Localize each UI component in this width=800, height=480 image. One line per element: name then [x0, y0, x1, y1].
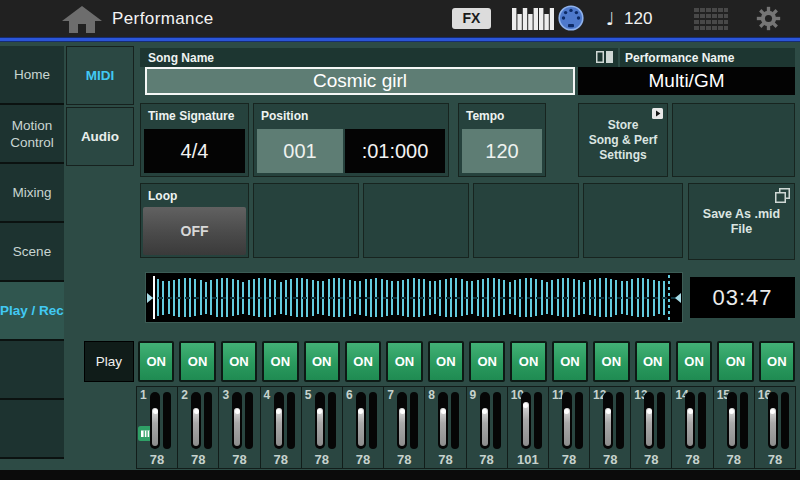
track-play-switch-4[interactable]: ON — [262, 341, 298, 382]
time-signature-value[interactable]: 4/4 — [144, 129, 245, 173]
channel-fader[interactable] — [315, 392, 325, 449]
track-play-switch-15[interactable]: ON — [717, 341, 753, 382]
channel-volume-value: 78 — [714, 452, 754, 467]
tab-midi[interactable]: MIDI — [66, 46, 134, 105]
channel-volume-value: 101 — [508, 452, 548, 467]
channel-fader-row: 1 78 2 78 3 78 4 78 5 — [136, 386, 796, 469]
record-type-tabs: MIDI Audio — [66, 46, 134, 168]
channel-fader[interactable] — [644, 392, 654, 449]
channel-fader[interactable] — [521, 392, 531, 449]
channel-meter — [493, 392, 501, 449]
channel-fader[interactable] — [603, 392, 613, 449]
channel-strip-5[interactable]: 5 78 — [302, 387, 342, 468]
channel-meter — [451, 392, 459, 449]
channel-strip-2[interactable]: 2 78 — [178, 387, 218, 468]
jump-arrow-icon — [652, 108, 663, 123]
home-icon[interactable] — [62, 6, 102, 33]
channel-volume-value: 78 — [137, 452, 177, 467]
store-song-perf-button[interactable]: Store Song & Perf Settings — [578, 103, 668, 177]
channel-fader[interactable] — [480, 392, 490, 449]
track-play-switch-14[interactable]: ON — [676, 341, 712, 382]
playback-position-cursor — [153, 276, 155, 319]
channel-fader[interactable] — [232, 392, 242, 449]
channel-strip-14[interactable]: 14 78 — [672, 387, 712, 468]
channel-strip-16[interactable]: 16 78 — [755, 387, 795, 468]
page-title: Performance — [112, 9, 214, 29]
track-play-switch-16[interactable]: ON — [759, 341, 795, 382]
channel-meter — [410, 392, 418, 449]
channel-strip-10[interactable]: 10 101 — [508, 387, 548, 468]
channel-strip-15[interactable]: 15 78 — [714, 387, 754, 468]
position-measure-value[interactable]: 001 — [257, 129, 343, 173]
channel-volume-value: 78 — [261, 452, 301, 467]
track-play-switch-2[interactable]: ON — [179, 341, 215, 382]
channel-meter — [163, 392, 171, 449]
channel-strip-6[interactable]: 6 78 — [343, 387, 383, 468]
track-play-switch-3[interactable]: ON — [221, 341, 257, 382]
rename-icon[interactable] — [596, 51, 613, 66]
start-marker-icon — [147, 293, 153, 303]
channel-fader[interactable] — [150, 392, 160, 449]
time-signature-tile: Time Signature 4/4 — [140, 103, 249, 177]
track-play-switch-8[interactable]: ON — [428, 341, 464, 382]
channel-fader[interactable] — [191, 392, 201, 449]
tempo-value[interactable]: 120 — [462, 129, 542, 173]
empty-slot — [583, 183, 683, 258]
end-marker-icon — [675, 293, 681, 303]
channel-fader[interactable] — [356, 392, 366, 449]
channel-strip-7[interactable]: 7 78 — [384, 387, 424, 468]
song-overview-waveform[interactable] — [145, 272, 683, 323]
sidebar-item-scene[interactable]: Scene — [0, 223, 64, 282]
channel-volume-value: 78 — [384, 452, 424, 467]
channel-strip-12[interactable]: 12 78 — [590, 387, 630, 468]
tempo-tile: Tempo 120 — [458, 103, 546, 177]
open-window-icon — [775, 188, 790, 207]
track-play-switch-12[interactable]: ON — [593, 341, 629, 382]
track-play-switch-11[interactable]: ON — [552, 341, 588, 382]
channel-strip-11[interactable]: 11 78 — [549, 387, 589, 468]
track-play-switch-7[interactable]: ON — [386, 341, 422, 382]
channel-strip-3[interactable]: 3 78 — [219, 387, 259, 468]
track-play-switch-9[interactable]: ON — [469, 341, 505, 382]
channel-fader[interactable] — [727, 392, 737, 449]
channel-fader[interactable] — [397, 392, 407, 449]
channel-meter — [369, 392, 377, 449]
channel-meter — [534, 392, 542, 449]
track-play-switch-13[interactable]: ON — [635, 341, 671, 382]
track-play-switch-row: ON ON ON ON ON ON ON ON ON ON ON ON ON O… — [138, 341, 795, 382]
track-play-switch-6[interactable]: ON — [345, 341, 381, 382]
channel-fader[interactable] — [274, 392, 284, 449]
song-length-display: 03:47 — [690, 277, 795, 318]
track-play-switch-5[interactable]: ON — [304, 341, 340, 382]
save-as-mid-button[interactable]: Save As .mid File — [688, 183, 795, 260]
channel-strip-13[interactable]: 13 78 — [631, 387, 671, 468]
channel-fader[interactable] — [562, 392, 572, 449]
sidebar-item-home[interactable]: Home — [0, 46, 64, 105]
channel-fader[interactable] — [768, 392, 778, 449]
channel-fader[interactable] — [438, 392, 448, 449]
sidebar-item-motion-control[interactable]: Motion Control — [0, 105, 64, 164]
channel-meter — [245, 392, 253, 449]
channel-meter — [575, 392, 583, 449]
tab-audio[interactable]: Audio — [66, 107, 134, 166]
position-beat-value[interactable]: :01:000 — [345, 129, 445, 173]
channel-strip-8[interactable]: 8 78 — [425, 387, 465, 468]
loop-toggle[interactable]: OFF — [143, 207, 246, 255]
sidebar-item-mixing[interactable]: Mixing — [0, 164, 64, 223]
channel-strip-4[interactable]: 4 78 — [261, 387, 301, 468]
synth-screen: Performance FX ♩ 120 Home Motion Control… — [0, 0, 800, 480]
track-play-switch-1[interactable]: ON — [138, 341, 174, 382]
channel-strip-1[interactable]: 1 78 — [137, 387, 177, 468]
top-bar: Performance FX ♩ 120 — [0, 0, 800, 37]
bottom-bezel — [0, 470, 800, 480]
fx-badge[interactable]: FX — [452, 8, 491, 29]
sidebar-item-play-rec[interactable]: Play / Rec — [0, 282, 64, 341]
channel-volume-value: 78 — [755, 452, 795, 467]
channel-strip-9[interactable]: 9 78 — [467, 387, 507, 468]
track-play-switch-10[interactable]: ON — [510, 341, 546, 382]
channel-meter — [287, 392, 295, 449]
channel-fader[interactable] — [685, 392, 695, 449]
tempo-display[interactable]: 120 — [624, 9, 652, 29]
performance-name-field[interactable]: Multi/GM — [578, 67, 795, 95]
song-name-field[interactable]: Cosmic girl — [145, 67, 575, 95]
